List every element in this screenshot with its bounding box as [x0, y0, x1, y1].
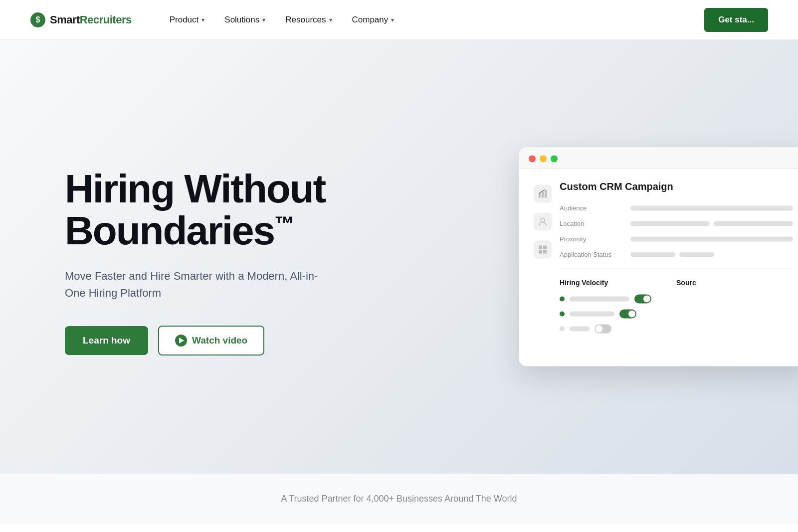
velocity-bar-1: [570, 297, 629, 302]
main-nav: Product ▾ Solutions ▾ Resources ▾ Compan…: [162, 11, 704, 29]
nav-item-company[interactable]: Company ▾: [344, 11, 402, 29]
form-row-status: Application Status: [560, 251, 793, 258]
window-minimize-dot: [540, 156, 547, 163]
audience-label: Audience: [560, 204, 624, 212]
logo-smart-text: Smart: [50, 13, 80, 26]
velocity-bar-2: [570, 312, 614, 317]
window-controls: [519, 148, 798, 169]
nav-item-product[interactable]: Product ▾: [162, 11, 213, 29]
audience-bar: [630, 205, 793, 210]
velocity-dot-1: [560, 297, 565, 302]
hiring-velocity-section: Hiring Velocity: [560, 279, 676, 340]
velocity-bar-3: [570, 327, 590, 332]
form-row-audience: Audience: [560, 204, 793, 212]
hero-buttons: Learn how Watch video: [65, 326, 404, 355]
svg-rect-4: [545, 190, 547, 198]
location-bar-1: [630, 221, 710, 226]
toggle-off-1[interactable]: [595, 325, 611, 334]
svg-rect-9: [543, 250, 547, 254]
proximity-label: Proximity: [560, 235, 624, 243]
nav-item-solutions[interactable]: Solutions ▾: [216, 11, 273, 29]
status-bar-2: [679, 252, 714, 257]
play-triangle: [179, 338, 184, 344]
location-label: Location: [560, 220, 624, 227]
chevron-down-icon: ▾: [329, 16, 332, 23]
grid-icon: [534, 241, 552, 259]
learn-how-button[interactable]: Learn how: [65, 326, 148, 355]
hero-section: Hiring Without Boundaries™ Move Faster a…: [0, 40, 798, 474]
window-maximize-dot: [551, 156, 558, 163]
svg-point-5: [541, 218, 545, 222]
campaign-title: Custom CRM Campaign: [560, 181, 793, 192]
logo-icon: $: [30, 12, 46, 28]
velocity-dot-2: [560, 312, 565, 317]
svg-rect-6: [539, 246, 542, 249]
status-bar-group: [630, 252, 793, 257]
watch-video-button[interactable]: Watch video: [158, 326, 264, 355]
header: $ SmartRecruiters Product ▾ Solutions ▾ …: [0, 0, 798, 40]
chevron-down-icon: ▾: [391, 16, 394, 23]
chevron-down-icon: ▾: [201, 16, 204, 23]
toggle-on-2[interactable]: [619, 310, 636, 319]
nav-item-resources[interactable]: Resources ▾: [277, 11, 340, 29]
logo[interactable]: $ SmartRecruiters: [30, 12, 132, 28]
svg-rect-7: [543, 246, 547, 249]
section-divider: [560, 268, 793, 269]
hero-title: Hiring Without Boundaries™: [65, 168, 404, 252]
user-icon: [534, 213, 552, 231]
get-started-button[interactable]: Get sta...: [704, 8, 768, 32]
hero-subtitle: Move Faster and Hire Smarter with a Mode…: [65, 268, 334, 302]
velocity-dot-3: [560, 327, 565, 332]
hero-content: Hiring Without Boundaries™ Move Faster a…: [65, 168, 404, 355]
status-bar-1: [630, 252, 675, 257]
form-row-proximity: Proximity: [560, 235, 793, 243]
toggle-on-1[interactable]: [634, 295, 651, 304]
svg-rect-8: [539, 250, 542, 254]
app-sidebar-icons: [534, 181, 552, 340]
form-row-location: Location: [560, 220, 793, 227]
velocity-row-1: [560, 295, 676, 304]
source-section: Sourc: [676, 279, 793, 295]
app-main-content: Custom CRM Campaign Audience Location Pr…: [560, 181, 793, 340]
source-title: Sourc: [676, 279, 793, 287]
velocity-title: Hiring Velocity: [560, 279, 676, 287]
window-close-dot: [529, 156, 536, 163]
svg-rect-3: [542, 192, 544, 198]
app-content: Custom CRM Campaign Audience Location Pr…: [519, 169, 798, 352]
velocity-row-2: [560, 310, 676, 319]
play-icon: [175, 335, 187, 347]
svg-text:$: $: [36, 15, 40, 24]
app-preview-card: Custom CRM Campaign Audience Location Pr…: [519, 148, 798, 366]
metrics-row: Hiring Velocity: [560, 279, 793, 340]
location-bar-2: [714, 221, 793, 226]
velocity-row-3: [560, 325, 676, 334]
proximity-bar: [630, 236, 793, 241]
trusted-text: A Trusted Partner for 4,000+ Businesses …: [30, 494, 768, 504]
chart-icon: [534, 185, 552, 203]
logo-recruiters-text: Recruiters: [80, 13, 132, 26]
svg-rect-2: [539, 194, 541, 198]
chevron-down-icon: ▾: [262, 16, 265, 23]
status-label: Application Status: [560, 251, 624, 258]
trusted-section: A Trusted Partner for 4,000+ Businesses …: [0, 474, 798, 524]
location-bar-group: [630, 221, 793, 226]
